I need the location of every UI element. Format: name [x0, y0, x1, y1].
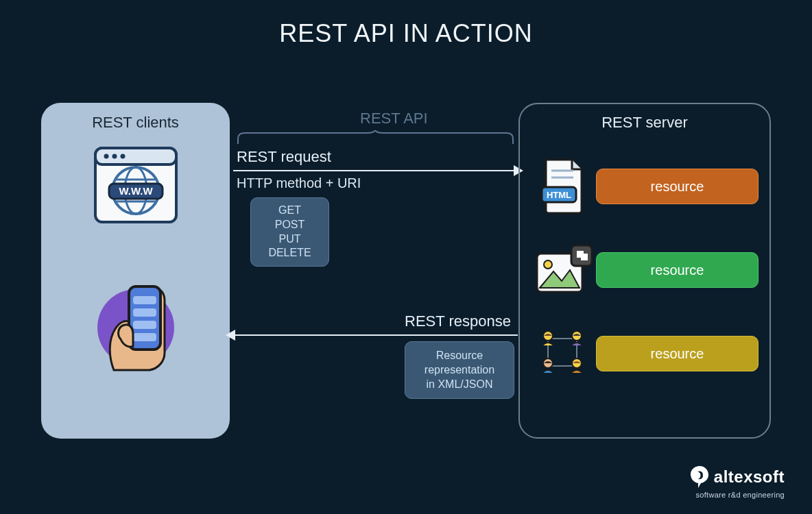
www-label: W.W.W	[119, 185, 153, 197]
response-arrow-head	[226, 330, 235, 341]
method-put: PUT	[254, 232, 326, 247]
brand-mark-icon	[689, 465, 710, 489]
browser-www-icon: W.W.W	[91, 144, 180, 226]
server-card: REST server HTML resource	[518, 103, 771, 439]
svg-point-2	[104, 154, 108, 159]
diagram-stage: REST clients W.W.W REST API	[0, 96, 812, 466]
server-title: REST server	[531, 114, 759, 132]
response-box: Resource representation in XML/JSON	[405, 341, 514, 399]
clients-title: REST clients	[53, 114, 217, 132]
people-graph-icon	[534, 326, 593, 381]
method-delete: DELETE	[254, 246, 326, 260]
response-line-2: representation	[409, 363, 510, 378]
svg-rect-16	[133, 333, 156, 341]
response-line-1: Resource	[409, 349, 510, 363]
svg-point-21	[544, 260, 552, 269]
method-get: GET	[254, 204, 326, 218]
resource-row-image: resource	[531, 236, 759, 304]
image-file-icon	[534, 244, 593, 296]
svg-point-4	[120, 154, 125, 159]
clients-card: REST clients W.W.W	[41, 103, 230, 439]
request-subtitle: HTTP method + URI	[237, 175, 361, 191]
brand-name: altexsoft	[714, 467, 785, 487]
svg-rect-14	[133, 308, 156, 317]
resource-pill-green: resource	[596, 252, 759, 288]
resource-pill-olive: resource	[596, 336, 759, 371]
svg-point-3	[112, 154, 117, 159]
response-label: REST response	[405, 313, 511, 330]
request-label: REST request	[237, 148, 331, 166]
svg-rect-13	[133, 296, 156, 304]
html-badge: HTML	[546, 190, 571, 200]
api-bracket	[237, 130, 514, 145]
page-title: REST API IN ACTION	[0, 0, 812, 48]
brand-tagline: software r&d engineering	[689, 491, 785, 499]
response-line-3: in XML/JSON	[409, 378, 510, 392]
hand-phone-icon	[88, 274, 184, 377]
resource-row-people: resource	[531, 319, 759, 388]
brand-logo: altexsoft software r&d engineering	[689, 465, 785, 499]
request-arrow	[233, 170, 518, 171]
html-file-icon: HTML	[539, 157, 588, 216]
rest-api-label: REST API	[360, 110, 428, 127]
resource-row-html: HTML resource	[531, 152, 759, 221]
response-arrow	[233, 334, 518, 336]
svg-rect-15	[133, 321, 156, 329]
http-methods-box: GET POST PUT DELETE	[250, 197, 329, 267]
method-post: POST	[254, 218, 326, 232]
resource-pill-orange: resource	[596, 169, 759, 204]
